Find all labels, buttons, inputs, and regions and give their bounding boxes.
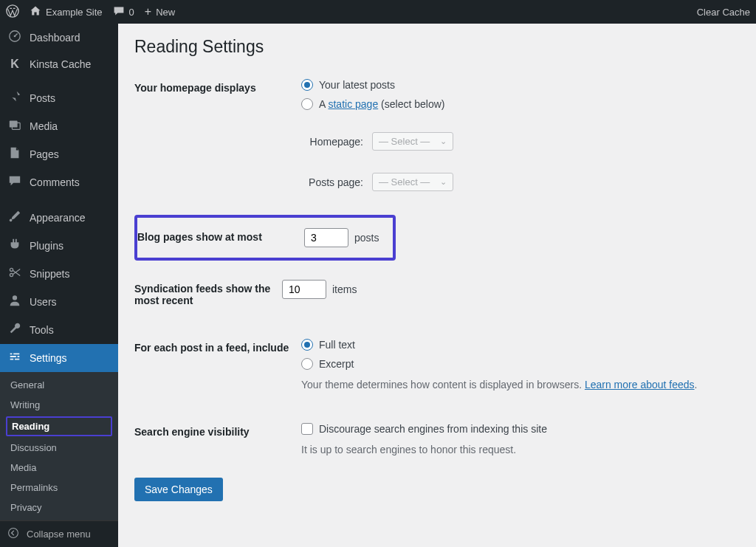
select-placeholder: — Select — — [379, 136, 430, 147]
syndication-input[interactable] — [282, 280, 326, 299]
feed-description: Your theme determines how content is dis… — [301, 379, 741, 391]
sidebar-item-label: Plugins — [30, 240, 63, 252]
homepage-select[interactable]: — Select — ⌄ — [372, 132, 453, 151]
sidebar-item-posts[interactable]: Posts — [0, 84, 118, 112]
admin-toolbar: Example Site 0 + New Clear Cache — [0, 0, 756, 24]
radio-latest-posts[interactable]: Your latest posts — [301, 79, 741, 91]
blog-pages-unit: posts — [354, 232, 379, 244]
radio-icon — [301, 98, 313, 110]
radio-excerpt[interactable]: Excerpt — [301, 358, 741, 370]
svg-point-2 — [14, 35, 16, 38]
collapse-icon — [7, 527, 19, 541]
sidebar-item-label: Appearance — [30, 212, 86, 224]
label-syndication: Syndication feeds show the most recent — [134, 280, 282, 306]
page-content: Reading Settings Your homepage displays … — [118, 24, 756, 547]
sev-checkbox-row[interactable]: Discourage search engines from indexing … — [301, 423, 741, 435]
sev-checkbox-label: Discourage search engines from indexing … — [319, 423, 547, 435]
sidebar-item-label: Posts — [30, 92, 55, 104]
radio-label: A static page (select below) — [319, 98, 444, 110]
page-icon — [7, 146, 22, 162]
submenu-item-discussion[interactable]: Discussion — [0, 438, 118, 458]
kinsta-icon: K — [7, 58, 22, 71]
svg-point-8 — [13, 295, 17, 300]
wordpress-icon — [6, 4, 19, 20]
syndication-unit: items — [332, 283, 357, 295]
clear-cache-label: Clear Cache — [697, 7, 750, 18]
svg-point-5 — [10, 219, 13, 222]
label-sev: Search engine visibility — [134, 423, 301, 438]
row-blog-pages-highlight: Blog pages show at most posts — [134, 215, 396, 261]
select-placeholder: — Select — — [379, 176, 430, 188]
radio-full-text[interactable]: Full text — [301, 339, 741, 351]
radio-static-page[interactable]: A static page (select below) — [301, 98, 741, 110]
sidebar-item-kinsta[interactable]: K Kinsta Cache — [0, 52, 118, 77]
sidebar-item-media[interactable]: Media — [0, 112, 118, 140]
homepage-select-label: Homepage: — [301, 136, 363, 148]
sidebar-item-label: Kinsta Cache — [30, 58, 91, 70]
radio-icon — [301, 79, 313, 91]
chevron-down-icon: ⌄ — [440, 177, 447, 187]
radio-label: Excerpt — [319, 358, 354, 370]
sidebar-item-users[interactable]: Users — [0, 288, 118, 316]
blog-pages-input[interactable] — [304, 228, 348, 247]
sidebar-item-snippets[interactable]: Snippets — [0, 260, 118, 288]
static-page-link[interactable]: static page — [328, 98, 378, 110]
submenu-item-writing[interactable]: Writing — [0, 395, 118, 415]
posts-page-select-label: Posts page: — [301, 176, 363, 188]
wordpress-logo[interactable] — [6, 4, 19, 20]
chevron-down-icon: ⌄ — [440, 137, 447, 146]
settings-submenu: General Writing Reading Discussion Media… — [0, 372, 118, 520]
sev-description: It is up to search engines to honor this… — [301, 444, 741, 455]
new-label: New — [156, 7, 175, 18]
submenu-item-reading[interactable]: Reading — [6, 416, 112, 436]
submenu-item-media[interactable]: Media — [0, 458, 118, 478]
clear-cache-link[interactable]: Clear Cache — [697, 7, 750, 18]
svg-rect-3 — [10, 121, 18, 128]
row-posts-page-select: Posts page: — Select — ⌄ — [301, 173, 741, 191]
row-homepage-displays: Your homepage displays Your latest posts… — [134, 73, 741, 202]
submenu-item-privacy[interactable]: Privacy — [0, 498, 118, 517]
sidebar-item-settings[interactable]: Settings — [0, 344, 118, 372]
collapse-label: Collapse menu — [27, 529, 91, 540]
row-syndication: Syndication feeds show the most recent i… — [134, 274, 741, 312]
sidebar-item-label: Dashboard — [30, 32, 80, 44]
dashboard-icon — [7, 30, 22, 46]
page-title: Reading Settings — [134, 37, 741, 57]
submenu-item-permalinks[interactable]: Permalinks — [0, 478, 118, 498]
brush-icon — [7, 210, 22, 226]
learn-more-feeds-link[interactable]: Learn more about feeds — [585, 379, 695, 391]
posts-page-select[interactable]: — Select — ⌄ — [372, 173, 453, 191]
sidebar-item-label: Comments — [30, 176, 80, 188]
new-link[interactable]: + New — [145, 6, 175, 18]
sidebar-item-dashboard[interactable]: Dashboard — [0, 24, 118, 52]
sidebar-item-plugins[interactable]: Plugins — [0, 232, 118, 260]
user-icon — [7, 294, 22, 310]
sidebar-item-label: Tools — [30, 324, 54, 336]
collapse-menu[interactable]: Collapse menu — [0, 520, 118, 547]
sidebar-item-comments[interactable]: Comments — [0, 168, 118, 196]
radio-icon — [301, 358, 313, 370]
sidebar-item-appearance[interactable]: Appearance — [0, 204, 118, 232]
sidebar-item-label: Snippets — [30, 268, 69, 280]
wrench-icon — [7, 322, 22, 338]
admin-sidebar: Dashboard K Kinsta Cache Posts Media Pag… — [0, 24, 118, 547]
sidebar-item-label: Pages — [30, 148, 59, 160]
row-search-engine-visibility: Search engine visibility Discourage sear… — [134, 417, 741, 461]
label-feed-include: For each post in a feed, include — [134, 339, 301, 354]
sidebar-item-label: Users — [30, 296, 57, 308]
submenu-item-general[interactable]: General — [0, 375, 118, 395]
site-link[interactable]: Example Site — [30, 5, 103, 19]
svg-point-9 — [9, 529, 18, 538]
home-icon — [30, 5, 41, 19]
media-icon — [7, 118, 22, 134]
comments-link[interactable]: 0 — [113, 5, 134, 19]
label-blog-pages: Blog pages show at most — [137, 228, 304, 243]
checkbox-icon — [301, 423, 313, 435]
radio-label: Your latest posts — [319, 79, 395, 91]
pin-icon — [7, 90, 22, 106]
sliders-icon — [7, 350, 22, 366]
sidebar-item-tools[interactable]: Tools — [0, 316, 118, 344]
scissors-icon — [7, 266, 22, 282]
sidebar-item-pages[interactable]: Pages — [0, 140, 118, 168]
save-changes-button[interactable]: Save Changes — [134, 478, 223, 501]
